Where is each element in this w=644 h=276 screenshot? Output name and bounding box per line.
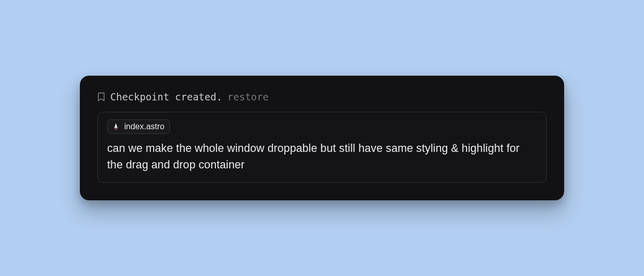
checkpoint-row: Checkpoint created. restore xyxy=(97,91,547,102)
message-box[interactable]: index.astro can we make the whole window… xyxy=(97,112,547,183)
user-message-text: can we make the whole window droppable b… xyxy=(107,140,537,174)
chat-panel: Checkpoint created. restore index.astro … xyxy=(80,76,564,201)
checkpoint-status-text: Checkpoint created. xyxy=(110,91,222,102)
file-chip-label: index.astro xyxy=(124,122,164,131)
restore-link[interactable]: restore xyxy=(227,91,268,102)
astro-icon xyxy=(112,123,120,131)
bookmark-icon xyxy=(97,92,105,101)
file-chip[interactable]: index.astro xyxy=(107,119,170,134)
